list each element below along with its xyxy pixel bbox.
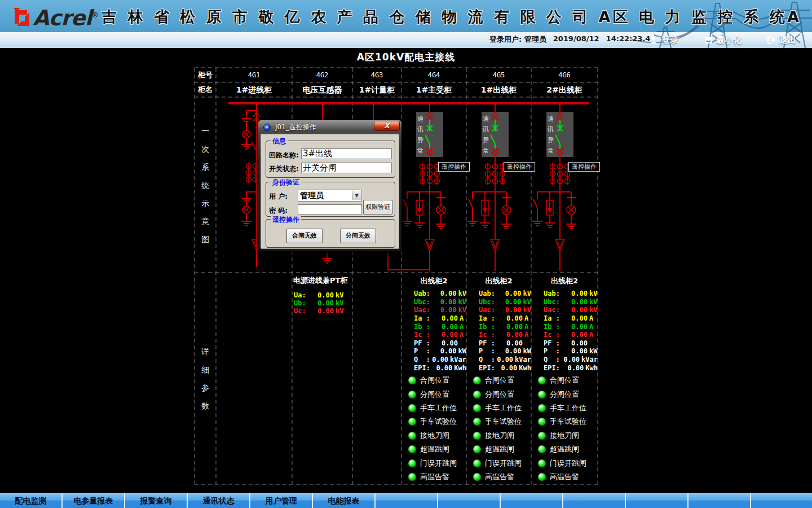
nav-seg-empty[interactable]	[689, 493, 751, 508]
password-input[interactable]	[298, 204, 362, 214]
nav-item-3[interactable]: 通讯状态	[188, 493, 250, 508]
param-unit: kV	[589, 306, 597, 314]
indicator-row: 手车工作位	[531, 401, 598, 415]
param-label: Ia :	[479, 314, 500, 322]
param-value: 0.00	[435, 339, 458, 347]
remote-operate-button-4g5[interactable]: 遥控操作	[504, 162, 535, 172]
nav-seg-empty[interactable]	[501, 493, 563, 508]
indicator-row: 门误开跳闸	[401, 456, 466, 470]
led-green-icon	[473, 445, 481, 453]
chevron-down-icon[interactable]: ▼	[352, 191, 361, 200]
param-unit: kV	[523, 306, 531, 314]
exit-button[interactable]: 退出	[767, 33, 796, 47]
indicator-label: 分闸位置	[485, 389, 514, 400]
panel-indicators: 合闸位置分闸位置手车工作位手车试验位接地刀闸超温跳闸门误开跳闸高温告警	[531, 374, 598, 484]
verify-permission-button[interactable]: 权限验证	[363, 200, 392, 214]
param-unit: A	[460, 323, 464, 331]
param-row: Ic :0.00A	[466, 331, 531, 339]
nav-seg-empty[interactable]	[563, 493, 626, 508]
nav-item-4[interactable]: 用户管理	[250, 493, 313, 508]
param-row: Ic :0.00A	[401, 331, 466, 339]
indicator-row: 接地刀闸	[401, 429, 466, 443]
param-value: 0.00	[564, 331, 588, 339]
param-value: 0.00	[564, 339, 588, 347]
nav-seg-empty[interactable]	[626, 493, 689, 508]
page-title: 吉 林 省 松 原 市 敬 亿 农 产 品 仓 储 物 流 有 限 公 司 A区…	[102, 7, 756, 27]
param-label: Uab:	[479, 290, 499, 297]
outline-panel-4g4: 出线柜2Uab:0.00kVUbc:0.00kVUac:0.00kVIa :0.…	[401, 274, 466, 485]
feeder-bay-4g5[interactable]	[467, 103, 511, 271]
param-unit: kV	[523, 298, 531, 306]
indicator-row: 手车试验位	[531, 415, 598, 428]
param-value: 0.00	[500, 323, 523, 331]
param-label: Q :	[414, 356, 430, 364]
param-value: 0.00	[311, 307, 334, 315]
param-label: Ib :	[414, 323, 435, 331]
open-breaker-button[interactable]: 分闸无效	[340, 229, 376, 243]
indicator-label: 超温跳闸	[420, 444, 449, 454]
param-row: Uab:0.00kV	[531, 290, 598, 298]
param-row: Ia :0.00A	[531, 314, 598, 323]
outline-panel-4g6: 出线柜2Uab:0.00kVUbc:0.00kVUac:0.00kVIa :0.…	[531, 274, 598, 485]
param-row: Ia :0.00A	[401, 314, 466, 323]
param-label: Uac:	[414, 306, 434, 314]
remote-group: 遥控操作 合闸无效 分闸无效	[266, 219, 395, 248]
auth-group: 身份验证 用 户: 管理员 ▼ 密 码: 权限验证	[266, 182, 395, 217]
param-value: 0.00	[495, 356, 513, 364]
nav-item-2[interactable]: 报警查询	[125, 493, 188, 508]
cabinet-name-cell: 1#主受柜	[401, 82, 466, 97]
dialog-body: 信息 回路名称: 3#出线 开关状态: 开关分闸 身份验证 用 户: 管理员 ▼…	[261, 134, 399, 249]
led-green-icon	[538, 391, 546, 398]
indicator-row: 高温告警	[401, 470, 466, 484]
nav-seg-empty[interactable]	[438, 493, 501, 508]
param-unit: kV	[458, 306, 466, 314]
row-label-detail: 详细参数	[195, 273, 216, 484]
indicator-label: 门误开跳闸	[485, 458, 522, 468]
remote-operate-button-4g6[interactable]: 遥控操作	[568, 162, 600, 172]
param-row: Uac:0.00kV	[401, 306, 466, 314]
feeder-bay-4g6[interactable]	[532, 103, 576, 271]
nav-seg-empty[interactable]	[751, 493, 812, 508]
panel-title: 出线柜2	[401, 276, 466, 286]
dialog-close-button[interactable]: X	[374, 121, 400, 131]
param-unit: kV	[458, 290, 466, 297]
param-label: Ubc:	[414, 298, 434, 306]
panel-indicators: 合闸位置分闸位置手车工作位手车试验位接地刀闸超温跳闸门误开跳闸高温告警	[401, 374, 466, 484]
param-row: Ic :0.00A	[531, 331, 598, 339]
param-value: 0.00	[311, 299, 334, 307]
param-unit: A	[460, 331, 464, 339]
panel-params: Uab:0.00kVUbc:0.00kVUac:0.00kVIa :0.00AI…	[401, 290, 466, 372]
param-unit: A	[589, 314, 593, 322]
param-row: Uc:0.00kV	[292, 307, 352, 315]
param-label: Ua:	[294, 291, 311, 299]
circuit-name-field[interactable]: 3#出线	[301, 148, 392, 159]
minimize-button[interactable]: 最小化	[704, 33, 742, 47]
comm-status-tag: 通讯异常	[417, 113, 424, 156]
indicator-row: 分闸位置	[401, 387, 466, 401]
indicator-row: 门误开跳闸	[531, 456, 598, 470]
indicator-label: 合闸位置	[550, 375, 579, 386]
nav-seg-empty[interactable]	[376, 493, 438, 508]
user-select-value: 管理员	[300, 191, 324, 200]
cabinet-name-cell: 1#计量柜	[352, 82, 401, 97]
param-unit: kV	[458, 298, 466, 306]
dialog-titlebar[interactable]: J01_遥控操作 X	[258, 120, 401, 134]
param-row: Ubc:0.00kV	[466, 298, 531, 306]
close-breaker-button[interactable]: 合闸无效	[286, 229, 323, 243]
cabinet-name-cell: 1#进线柜	[216, 82, 292, 97]
indicator-label: 门误开跳闸	[550, 458, 586, 468]
row-label-diagram: 一次系统示意图	[195, 97, 216, 273]
indicator-label: 超温跳闸	[485, 444, 514, 454]
user-select[interactable]: 管理员 ▼	[298, 190, 362, 202]
nav-item-1[interactable]: 电参量报表	[63, 493, 125, 508]
indicator-label: 手车试验位	[485, 417, 522, 427]
panel-params: Uab:0.00kVUbc:0.00kVUac:0.00kVIa :0.00AI…	[466, 290, 531, 372]
feeder-bay-4g4[interactable]	[402, 103, 446, 271]
switch-state-field[interactable]: 开关分闸	[301, 163, 392, 173]
remote-operate-button-4g4[interactable]: 遥控操作	[438, 162, 470, 172]
param-row: P :0.00kW	[466, 347, 531, 356]
nav-item-0[interactable]: 配电监测	[0, 493, 63, 508]
nav-item-5[interactable]: 电能报表	[313, 493, 376, 508]
login-button[interactable]: 登录	[649, 33, 678, 47]
led-green-icon	[473, 459, 481, 467]
